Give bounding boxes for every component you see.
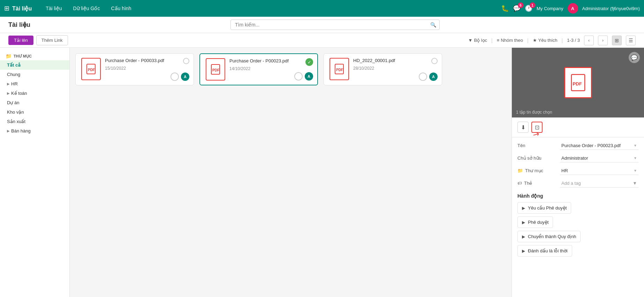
filter-button[interactable]: ▼ Bộ lọc <box>468 38 487 43</box>
file-card-bottom-2: A <box>294 72 313 81</box>
svg-text:PDF: PDF <box>212 68 219 72</box>
panel-fields: Tên Purchase Order - P00023.pdf ▼ Chủ sở… <box>512 137 644 264</box>
add-link-button[interactable]: Thêm Link <box>36 35 68 45</box>
user-name[interactable]: Administrator (fj6nyue0vi9m) <box>582 6 640 11</box>
selected-count-text: 1 tập tin được chọn <box>516 110 552 115</box>
messages-badge: 6 <box>518 2 523 8</box>
svg-text:PDF: PDF <box>336 68 343 72</box>
right-panel: PDF 💬 1 tập tin được chọn ⬇ ⊡ ↗ Tên Purc… <box>512 48 644 297</box>
prev-page-button[interactable]: ‹ <box>584 36 594 45</box>
download-button[interactable]: ⬇ <box>517 122 529 133</box>
company-name: My Company <box>537 6 563 11</box>
chat-bubble-button[interactable]: 💬 <box>629 52 640 63</box>
chevron-icon-folder: ▼ <box>634 169 637 173</box>
search-bar: 🔍 <box>230 20 440 30</box>
group-button[interactable]: ≡ Nhóm theo <box>497 38 523 43</box>
preview-pdf-icon: PDF <box>564 67 592 98</box>
field-value-tag[interactable]: Add a tag ▼ <box>560 179 638 188</box>
field-label-folder: 📁 Thư mục <box>517 167 556 173</box>
field-row-folder: 📁 Thư mục HR ▼ <box>517 167 638 175</box>
messages-icon[interactable]: 💬 6 <box>513 5 521 12</box>
pdf-icon-2: PDF <box>206 58 225 81</box>
field-value-folder[interactable]: HR ▼ <box>560 167 638 175</box>
arrow-icon-banhang: ▶ <box>7 129 10 133</box>
chevron-icon-name: ▼ <box>634 144 637 147</box>
file-card-3[interactable]: PDF HD_2022_00001.pdf 28/10/2022 A <box>324 53 442 85</box>
play-icon-1: ▶ <box>522 206 525 211</box>
file-info-3: HD_2022_00001.pdf 28/10/2022 <box>353 58 436 71</box>
file-card-right-3 <box>431 58 438 64</box>
pdf-icon-3: PDF <box>329 58 349 80</box>
filter-icon: ▼ <box>468 38 473 43</box>
action-btn-mark-obsolete[interactable]: ▶ Đánh dấu là lỗi thời <box>517 245 572 257</box>
nav-du-lieu-goc[interactable]: Dữ liệu Gốc <box>68 0 106 17</box>
file-name-2: Purchase Order - P00023.pdf <box>229 58 312 63</box>
bug-icon[interactable]: 🐛 <box>501 5 509 12</box>
sidebar-item-khovan[interactable]: Kho vận <box>0 107 69 117</box>
tag-icon: 🏷 <box>517 181 522 186</box>
panel-actions-bar: ⬇ ⊡ ↗ <box>512 117 644 137</box>
folder-small-icon: 📁 <box>517 168 523 173</box>
sidebar-item-duan[interactable]: Dự án <box>0 98 69 107</box>
nav-tai-lieu[interactable]: Tài liệu <box>40 0 67 17</box>
separator: | <box>491 38 493 43</box>
preview-area: PDF 💬 1 tập tin được chọn <box>512 48 644 117</box>
page-header: Tài liệu 🔍 <box>0 17 644 33</box>
brand-title: Tài liệu <box>12 5 32 12</box>
search-icon[interactable]: 🔍 <box>430 22 436 28</box>
actions-section-title: Hành động <box>517 193 638 199</box>
sidebar-item-hr[interactable]: ▶ HR <box>0 79 69 89</box>
upload-button[interactable]: Tải lên <box>8 36 33 45</box>
search-input[interactable] <box>230 20 440 30</box>
svg-text:PDF: PDF <box>573 81 582 86</box>
file-card-1[interactable]: PDF Purchase Order - P00033.pdf 15/10/20… <box>75 53 194 85</box>
field-value-name[interactable]: Purchase Order - P00023.pdf ▼ <box>560 142 638 150</box>
sidebar-section-title: 📁 THƯ MỤC <box>0 52 69 60</box>
chevron-icon-owner: ▼ <box>634 156 637 160</box>
check-circle-2: ✓ <box>305 58 313 66</box>
next-page-button[interactable]: › <box>598 36 608 45</box>
sidebar-item-chung[interactable]: Chung <box>0 70 69 79</box>
file-name-1: Purchase Order - P00033.pdf <box>105 58 188 63</box>
field-row-owner: Chủ sở hữu Administrator ▼ <box>517 154 638 162</box>
user-avatar-1: A <box>181 73 189 81</box>
field-label-tag: 🏷 Thẻ <box>517 179 556 186</box>
action-btn-approve[interactable]: ▶ Phê duyệt <box>517 216 553 228</box>
user-avatar-3: A <box>429 73 438 81</box>
file-name-3: HD_2022_00001.pdf <box>353 58 436 63</box>
action-btn-convert[interactable]: ▶ Chuyển thành Quy định <box>517 231 581 242</box>
favorite-button[interactable]: ★ Yêu thích <box>533 38 558 43</box>
file-card-2[interactable]: PDF Purchase Order - P00023.pdf 14/10/20… <box>199 53 318 85</box>
file-date-2: 14/10/2022 <box>229 66 312 71</box>
chevron-icon-tag: ▼ <box>632 181 637 186</box>
avatar-2 <box>294 72 303 81</box>
file-info-2: Purchase Order - P00023.pdf 14/10/2022 <box>229 58 312 71</box>
list-view-button[interactable]: ☰ <box>626 36 636 45</box>
action-btn-request-approval[interactable]: ▶ Yêu cầu Phê duyệt <box>517 202 571 214</box>
clock-icon[interactable]: 🕐 1 <box>525 5 532 12</box>
clock-badge: 1 <box>530 2 535 8</box>
file-date-3: 28/10/2022 <box>353 66 436 71</box>
select-radio-3[interactable] <box>431 58 438 64</box>
main-layout: 📁 THƯ MỤC Tất cả Chung ▶ HR ▶ Kế toán Dự… <box>0 48 644 297</box>
sidebar-item-banhang[interactable]: ▶ Bán hàng <box>0 126 69 136</box>
file-date-1: 15/10/2022 <box>105 66 188 71</box>
sidebar-item-ketoan[interactable]: ▶ Kế toán <box>0 89 69 98</box>
sidebar-item-sanxuat[interactable]: Sản xuất <box>0 117 69 126</box>
sidebar: 📁 THƯ MỤC Tất cả Chung ▶ HR ▶ Kế toán Dự… <box>0 48 70 297</box>
play-icon-3: ▶ <box>522 234 525 239</box>
nav-links: Tài liệu Dữ liệu Gốc Cấu hình <box>40 0 501 17</box>
field-label-owner: Chủ sở hữu <box>517 154 556 161</box>
separator2: | <box>527 38 529 43</box>
user-avatar-2: A <box>305 72 313 81</box>
file-card-right-1 <box>183 58 189 64</box>
top-navigation: ⊞ Tài liệu Tài liệu Dữ liệu Gốc Cấu hình… <box>0 0 644 17</box>
nav-cau-hinh[interactable]: Cấu hình <box>105 0 137 17</box>
file-info-1: Purchase Order - P00033.pdf 15/10/2022 <box>105 58 188 71</box>
sidebar-item-all[interactable]: Tất cả <box>0 60 69 70</box>
field-value-owner[interactable]: Administrator ▼ <box>560 154 638 162</box>
apps-icon[interactable]: ⊞ <box>4 5 9 12</box>
select-radio-1[interactable] <box>183 58 189 64</box>
grid-view-button[interactable]: ⊞ <box>612 36 622 45</box>
arrow-icon-hr: ▶ <box>7 82 10 86</box>
